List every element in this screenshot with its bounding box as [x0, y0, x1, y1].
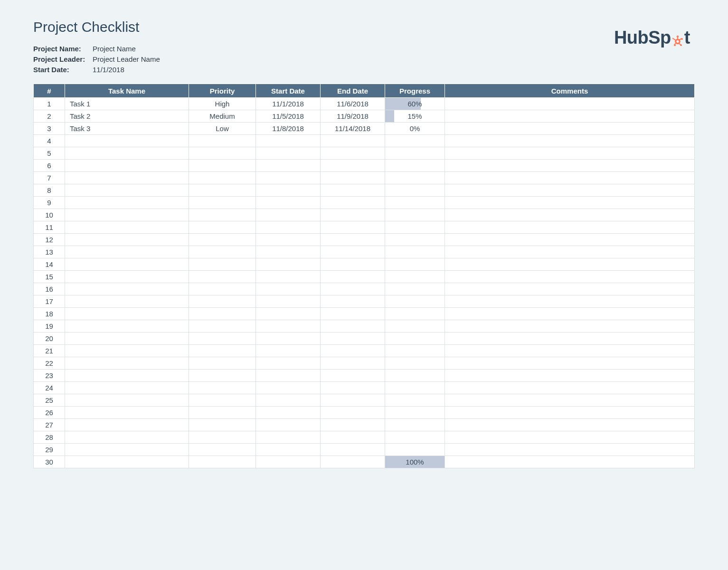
cell-start-date[interactable]: [256, 184, 321, 197]
cell-end-date[interactable]: [321, 444, 385, 456]
cell-end-date[interactable]: 11/14/2018: [321, 123, 385, 135]
cell-num[interactable]: 12: [34, 234, 65, 246]
cell-progress[interactable]: 60%: [385, 98, 445, 110]
cell-task[interactable]: [65, 370, 189, 382]
cell-start-date[interactable]: [256, 271, 321, 283]
cell-progress[interactable]: [385, 197, 445, 209]
cell-end-date[interactable]: [321, 370, 385, 382]
cell-end-date[interactable]: 11/6/2018: [321, 98, 385, 110]
cell-priority[interactable]: High: [189, 98, 256, 110]
cell-progress[interactable]: [385, 246, 445, 258]
cell-start-date[interactable]: [256, 295, 321, 308]
cell-comments[interactable]: [445, 221, 695, 234]
cell-num[interactable]: 2: [34, 110, 65, 123]
cell-comments[interactable]: [445, 308, 695, 320]
cell-num[interactable]: 17: [34, 295, 65, 308]
cell-comments[interactable]: [445, 283, 695, 295]
cell-progress[interactable]: [385, 419, 445, 431]
cell-priority[interactable]: [189, 320, 256, 332]
cell-task[interactable]: [65, 308, 189, 320]
cell-start-date[interactable]: [256, 234, 321, 246]
cell-progress[interactable]: [385, 184, 445, 197]
cell-priority[interactable]: [189, 419, 256, 431]
cell-task[interactable]: [65, 320, 189, 332]
cell-priority[interactable]: [189, 135, 256, 147]
cell-num[interactable]: 6: [34, 160, 65, 172]
cell-progress[interactable]: [385, 444, 445, 456]
cell-start-date[interactable]: [256, 394, 321, 407]
cell-start-date[interactable]: [256, 357, 321, 370]
cell-num[interactable]: 11: [34, 221, 65, 234]
cell-start-date[interactable]: [256, 221, 321, 234]
cell-progress[interactable]: [385, 283, 445, 295]
cell-task[interactable]: [65, 234, 189, 246]
cell-comments[interactable]: [445, 431, 695, 444]
cell-comments[interactable]: [445, 147, 695, 160]
cell-start-date[interactable]: [256, 172, 321, 184]
cell-comments[interactable]: [445, 444, 695, 456]
cell-end-date[interactable]: [321, 147, 385, 160]
cell-comments[interactable]: [445, 246, 695, 258]
cell-comments[interactable]: [445, 370, 695, 382]
cell-task[interactable]: [65, 172, 189, 184]
cell-comments[interactable]: [445, 123, 695, 135]
cell-task[interactable]: [65, 147, 189, 160]
cell-task[interactable]: [65, 407, 189, 419]
cell-priority[interactable]: Medium: [189, 110, 256, 123]
cell-comments[interactable]: [445, 234, 695, 246]
cell-comments[interactable]: [445, 332, 695, 345]
cell-priority[interactable]: [189, 160, 256, 172]
cell-start-date[interactable]: [256, 444, 321, 456]
cell-end-date[interactable]: [321, 308, 385, 320]
cell-priority[interactable]: [189, 197, 256, 209]
cell-num[interactable]: 20: [34, 332, 65, 345]
cell-end-date[interactable]: [321, 209, 385, 221]
cell-priority[interactable]: [189, 271, 256, 283]
cell-start-date[interactable]: 11/8/2018: [256, 123, 321, 135]
cell-priority[interactable]: [189, 221, 256, 234]
cell-priority[interactable]: [189, 370, 256, 382]
cell-start-date[interactable]: [256, 283, 321, 295]
cell-priority[interactable]: [189, 407, 256, 419]
cell-priority[interactable]: [189, 258, 256, 271]
cell-comments[interactable]: [445, 382, 695, 394]
cell-progress[interactable]: [385, 370, 445, 382]
cell-end-date[interactable]: [321, 407, 385, 419]
cell-start-date[interactable]: [256, 160, 321, 172]
cell-progress[interactable]: [385, 308, 445, 320]
cell-priority[interactable]: [189, 147, 256, 160]
cell-end-date[interactable]: [321, 221, 385, 234]
cell-end-date[interactable]: [321, 283, 385, 295]
cell-task[interactable]: [65, 135, 189, 147]
cell-progress[interactable]: [385, 234, 445, 246]
cell-priority[interactable]: [189, 444, 256, 456]
cell-comments[interactable]: [445, 160, 695, 172]
cell-progress[interactable]: 100%: [385, 456, 445, 468]
cell-end-date[interactable]: [321, 246, 385, 258]
cell-end-date[interactable]: [321, 258, 385, 271]
cell-start-date[interactable]: [256, 370, 321, 382]
cell-start-date[interactable]: [256, 147, 321, 160]
cell-end-date[interactable]: [321, 234, 385, 246]
cell-end-date[interactable]: [321, 419, 385, 431]
cell-end-date[interactable]: [321, 382, 385, 394]
cell-task[interactable]: [65, 419, 189, 431]
cell-task[interactable]: [65, 382, 189, 394]
cell-progress[interactable]: [385, 382, 445, 394]
cell-progress[interactable]: [385, 431, 445, 444]
cell-comments[interactable]: [445, 394, 695, 407]
cell-task[interactable]: Task 2: [65, 110, 189, 123]
cell-comments[interactable]: [445, 110, 695, 123]
cell-num[interactable]: 10: [34, 209, 65, 221]
cell-task[interactable]: [65, 197, 189, 209]
cell-comments[interactable]: [445, 456, 695, 468]
cell-comments[interactable]: [445, 172, 695, 184]
cell-start-date[interactable]: [256, 308, 321, 320]
cell-task[interactable]: [65, 295, 189, 308]
cell-task[interactable]: [65, 271, 189, 283]
cell-end-date[interactable]: [321, 184, 385, 197]
cell-end-date[interactable]: [321, 135, 385, 147]
cell-task[interactable]: Task 1: [65, 98, 189, 110]
cell-num[interactable]: 30: [34, 456, 65, 468]
cell-num[interactable]: 26: [34, 407, 65, 419]
